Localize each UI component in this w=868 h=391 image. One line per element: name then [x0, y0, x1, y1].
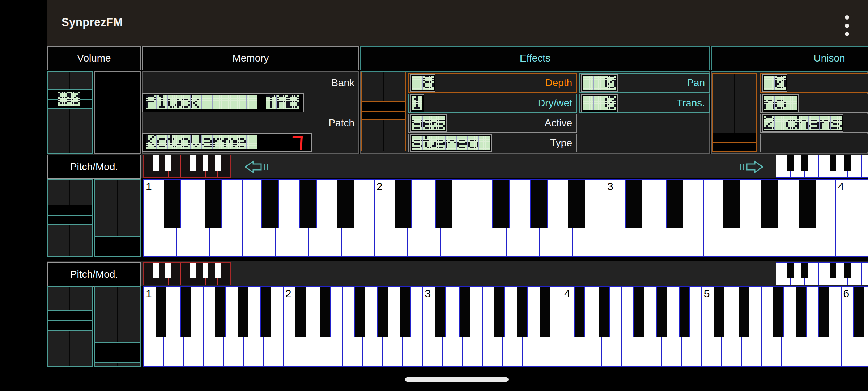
black-key[interactable] — [540, 287, 550, 337]
octave-navigator-right-1[interactable] — [776, 155, 868, 178]
home-indicator[interactable] — [405, 377, 509, 382]
black-key[interactable] — [714, 287, 724, 337]
key-separator — [801, 337, 801, 366]
volume-slider-handle[interactable] — [47, 89, 93, 109]
mini-key-separator — [847, 278, 848, 285]
black-key[interactable] — [215, 287, 226, 337]
black-key[interactable] — [666, 180, 684, 228]
bank-patch-spinner[interactable] — [361, 72, 406, 151]
key-separator — [582, 337, 582, 366]
volume-slider[interactable] — [47, 71, 93, 154]
mod-wheel-handle-1[interactable] — [94, 236, 141, 257]
key-separator — [275, 228, 276, 256]
scroll-right-arrow-icon[interactable] — [738, 159, 765, 175]
black-key[interactable] — [723, 180, 740, 228]
black-key[interactable] — [633, 287, 644, 337]
effects-row-depth[interactable]: Depth — [408, 73, 577, 93]
black-key[interactable] — [299, 180, 317, 228]
key-separator — [374, 180, 375, 256]
black-key[interactable] — [568, 180, 585, 228]
key-separator — [861, 337, 861, 366]
header-unison: Unison — [711, 46, 868, 70]
unison-spinner[interactable] — [712, 73, 757, 152]
black-key[interactable] — [395, 180, 412, 228]
black-key[interactable] — [435, 180, 453, 228]
effects-row-type[interactable]: Type — [408, 134, 577, 152]
type-label: Type — [550, 137, 576, 149]
black-key[interactable] — [238, 287, 249, 337]
black-key[interactable] — [156, 287, 167, 337]
key-separator — [209, 228, 210, 256]
mod-wheel-slider-1[interactable] — [94, 179, 141, 257]
type-lcd — [410, 134, 492, 152]
scroll-left-arrow-icon[interactable] — [243, 159, 270, 175]
black-key[interactable] — [205, 180, 222, 228]
effects-row-drywet[interactable]: Dry/wet — [408, 94, 577, 113]
black-key[interactable] — [530, 180, 548, 228]
black-key[interactable] — [799, 180, 816, 228]
pitch-bend-handle-2[interactable] — [47, 310, 93, 331]
unison-row-2[interactable] — [760, 94, 868, 113]
unison-row-1[interactable] — [760, 73, 868, 93]
bank-name-display[interactable] — [142, 93, 304, 112]
black-key[interactable] — [337, 180, 354, 228]
black-key[interactable] — [320, 287, 331, 337]
octave-navigator-right-2[interactable] — [776, 262, 868, 285]
black-key[interactable] — [164, 180, 181, 228]
black-key[interactable] — [180, 287, 191, 337]
piano-keyboard-2[interactable]: 123456 — [143, 286, 868, 367]
mini-black-key — [787, 155, 794, 171]
black-key[interactable] — [492, 180, 510, 228]
bank-patch-spinner-handle[interactable] — [361, 101, 406, 120]
black-key[interactable] — [574, 287, 585, 337]
black-key[interactable] — [260, 287, 271, 337]
octave-number-label: 6 — [843, 287, 850, 300]
mini-black-key — [801, 155, 808, 171]
unison-row-3[interactable] — [760, 114, 868, 133]
unison-row-4[interactable] — [760, 134, 868, 152]
header-effects: Effects — [360, 46, 710, 70]
effects-row-trans[interactable]: Trans. — [579, 94, 710, 113]
piano-keyboard-1[interactable]: 1234 — [143, 179, 868, 257]
pitch-bend-slider-2[interactable] — [47, 286, 93, 367]
patch-number-7seg — [292, 136, 303, 150]
black-key[interactable] — [773, 287, 784, 337]
black-key[interactable] — [261, 180, 279, 228]
mini-key-separator — [180, 155, 181, 177]
key-separator — [362, 337, 363, 366]
kebab-menu-icon[interactable] — [838, 13, 856, 39]
black-key[interactable] — [853, 287, 864, 337]
volume-display-box — [94, 71, 141, 154]
black-key[interactable] — [656, 287, 667, 337]
black-key[interactable] — [818, 287, 829, 337]
patch-name-display[interactable] — [142, 133, 312, 152]
mini-key-separator — [804, 171, 805, 177]
unison-spinner-handle[interactable] — [712, 133, 757, 151]
black-key[interactable] — [295, 287, 306, 337]
key-separator — [382, 337, 383, 366]
pitch-bend-slider-1[interactable] — [47, 179, 93, 257]
pitch-bend-handle-1[interactable] — [47, 205, 93, 225]
black-key[interactable] — [459, 287, 470, 337]
effects-row-pan[interactable]: Pan — [579, 73, 710, 93]
black-key[interactable] — [739, 287, 749, 337]
active-lcd — [410, 114, 447, 132]
black-key[interactable] — [400, 287, 411, 337]
black-key[interactable] — [354, 287, 365, 337]
octave-navigator-left-2[interactable] — [143, 262, 231, 285]
black-key[interactable] — [377, 287, 388, 337]
mod-wheel-slider-2[interactable] — [94, 286, 141, 367]
octave-navigator-left-1[interactable] — [143, 155, 231, 178]
black-key[interactable] — [599, 287, 610, 337]
black-key[interactable] — [679, 287, 690, 337]
octave-number-label: 1 — [146, 287, 152, 300]
black-key[interactable] — [625, 180, 643, 228]
black-key[interactable] — [494, 287, 505, 337]
black-key[interactable] — [435, 287, 446, 337]
black-key[interactable] — [517, 287, 528, 337]
mod-wheel-handle-2[interactable] — [94, 342, 141, 363]
key-separator — [835, 180, 836, 256]
effects-row-active[interactable]: Active — [408, 114, 577, 133]
black-key[interactable] — [761, 180, 778, 228]
black-key[interactable] — [796, 287, 807, 337]
